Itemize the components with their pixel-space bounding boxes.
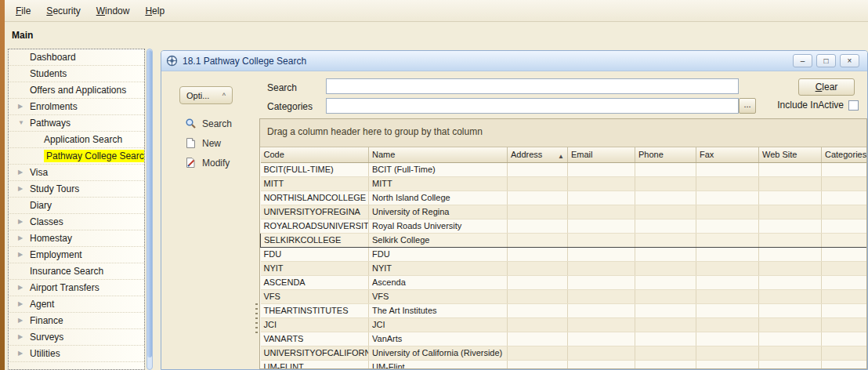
table-cell: [696, 233, 759, 247]
menu-item-file[interactable]: File: [8, 2, 38, 20]
table-row-royalroadsuniversity[interactable]: ROYALROADSUNIVERSITYRoyal Roads Universi…: [261, 219, 868, 233]
sidebar-item-offers-and-applications[interactable]: Offers and Applications: [9, 82, 144, 99]
sidebar-item-visa[interactable]: ▶ Visa: [9, 165, 144, 181]
column-header-fax[interactable]: Fax: [696, 147, 759, 162]
sidebar-item-application-search[interactable]: Application Search: [9, 132, 144, 148]
include-inactive-checkbox[interactable]: [848, 100, 859, 111]
table-row-universityofregina[interactable]: UNIVERSITYOFREGINAUniversity of Regina: [261, 205, 868, 219]
sidebar-item-surveys[interactable]: ▶ Surveys: [9, 329, 144, 346]
table-cell: [508, 190, 568, 205]
table-cell: [759, 317, 822, 332]
table-row-bcit-full-time[interactable]: BCIT(FULL-TIME)BCIT (Full-Time): [261, 162, 868, 176]
table-row-vfs[interactable]: VFSVFS: [261, 289, 868, 303]
categories-browse-button[interactable]: ...: [739, 98, 756, 114]
sidebar-item-homestay[interactable]: ▶ Homestay: [9, 230, 144, 247]
options-item-search[interactable]: Search: [185, 114, 259, 133]
sidebar-scrollbar[interactable]: [146, 49, 153, 370]
sort-ascending-icon: ▲: [558, 153, 564, 160]
table-row-selkirkcollege[interactable]: SELKIRKCOLLEGESelkirk College: [261, 233, 868, 247]
table-cell: [568, 275, 635, 289]
table-cell: [696, 261, 759, 275]
scrollbar-thumb[interactable]: [147, 50, 152, 357]
table-cell: [696, 205, 759, 219]
tree-collapsed-icon: ▶: [18, 285, 30, 291]
sidebar-item-label: Insurance Search: [30, 266, 103, 277]
column-header-phone[interactable]: Phone: [635, 147, 696, 162]
table-row-nyit[interactable]: NYITNYIT: [261, 261, 868, 275]
table-cell: [508, 261, 568, 275]
sidebar-item-pathway-college-search[interactable]: Pathway College Search: [9, 148, 144, 165]
column-header-web-site[interactable]: Web Site: [759, 147, 822, 162]
table-cell: [635, 261, 696, 275]
menu-item-window[interactable]: Window: [89, 2, 138, 20]
table-cell: [696, 162, 759, 176]
table-cell: [508, 219, 568, 233]
menu-item-security[interactable]: Security: [38, 2, 88, 20]
table-cell: BCIT (Full-Time): [369, 162, 508, 176]
sidebar-item-dashboard[interactable]: Dashboard: [9, 49, 144, 66]
group-by-dropzone[interactable]: Drag a column header here to group by th…: [260, 119, 866, 147]
table-row-vanarts[interactable]: VANARTSVanArts: [261, 332, 868, 346]
sidebar-item-diary[interactable]: Diary: [9, 198, 144, 214]
sidebar-item-label: Diary: [30, 200, 52, 211]
column-header-address[interactable]: Address▲: [508, 147, 568, 162]
table-row-fdu[interactable]: FDUFDU: [261, 247, 868, 261]
table-row-um-flint[interactable]: UM-FLINTUM-Flint: [261, 360, 868, 369]
maximize-button[interactable]: □: [816, 54, 836, 67]
sidebar-item-finance[interactable]: ▶ Finance: [9, 313, 144, 329]
table-cell: MITT: [369, 176, 508, 190]
table-cell: UM-FLINT: [261, 360, 369, 369]
sidebar-item-pathways[interactable]: ▼ Pathways: [9, 115, 144, 132]
sidebar-item-study-tours[interactable]: ▶ Study Tours: [9, 181, 144, 198]
table-cell: Ascenda: [369, 275, 508, 289]
table-cell: [696, 360, 759, 369]
table-cell: [696, 190, 759, 205]
table-row-ascenda[interactable]: ASCENDAAscenda: [261, 275, 868, 289]
options-collapse-button[interactable]: Opti... ^: [179, 86, 233, 104]
column-header-categories[interactable]: Categories: [822, 147, 868, 162]
options-item-label: Modify: [202, 158, 230, 169]
sidebar-item-utilities[interactable]: ▶ Utilities: [9, 346, 144, 362]
table-row-mitt[interactable]: MITTMITT: [261, 176, 868, 190]
table-row-northislandcollege[interactable]: NORTHISLANDCOLLEGENorth Island College: [261, 190, 868, 205]
tree-collapsed-icon: ▶: [18, 103, 30, 110]
table-cell: FDU: [369, 247, 508, 261]
table-cell: [568, 360, 635, 369]
menu-item-help[interactable]: Help: [137, 2, 172, 20]
close-button[interactable]: ×: [840, 54, 859, 67]
table-cell: [822, 303, 868, 317]
panel-splitter-grip[interactable]: [255, 302, 259, 335]
sidebar-item-airport-transfers[interactable]: ▶ Airport Transfers: [9, 280, 144, 296]
tree-collapsed-icon: ▶: [18, 169, 30, 176]
table-cell: [568, 346, 635, 360]
column-header-email[interactable]: Email: [568, 147, 635, 162]
sidebar-item-label: Enrolments: [30, 101, 78, 112]
column-header-code[interactable]: Code: [261, 147, 369, 162]
column-header-name[interactable]: Name: [369, 147, 508, 162]
clear-button[interactable]: Clear: [798, 78, 855, 96]
table-cell: [635, 332, 696, 346]
options-item-new[interactable]: New: [185, 133, 259, 153]
sidebar-item-agent[interactable]: ▶ Agent: [9, 296, 144, 313]
table-cell: [568, 219, 635, 233]
table-row-universityofcaliforn[interactable]: UNIVERSITYOFCALIFORNUniversity of Califo…: [261, 346, 868, 360]
sidebar-item-employment[interactable]: ▶ Employment: [9, 247, 144, 263]
search-input[interactable]: [326, 78, 739, 94]
table-cell: [568, 261, 635, 275]
categories-input[interactable]: [326, 98, 739, 114]
sidebar-item-label: Airport Transfers: [30, 282, 99, 293]
sidebar-item-insurance-search[interactable]: Insurance Search: [9, 263, 144, 280]
tree-collapsed-icon: ▶: [18, 235, 30, 241]
table-cell: [635, 205, 696, 219]
table-cell: BCIT(FULL-TIME): [261, 162, 369, 176]
table-cell: VFS: [261, 289, 369, 303]
search-icon: [185, 118, 197, 129]
table-cell: [568, 190, 635, 205]
sidebar-item-enrolments[interactable]: ▶ Enrolments: [9, 99, 144, 115]
minimize-button[interactable]: –: [793, 54, 812, 67]
table-row-theartinstitutes[interactable]: THEARTINSTITUTESThe Art Institutes: [261, 303, 868, 317]
sidebar-item-classes[interactable]: ▶ Classes: [9, 214, 144, 230]
table-row-jci[interactable]: JCIJCI: [261, 317, 868, 332]
options-item-modify[interactable]: Modify: [185, 153, 259, 172]
sidebar-item-students[interactable]: Students: [9, 66, 144, 82]
